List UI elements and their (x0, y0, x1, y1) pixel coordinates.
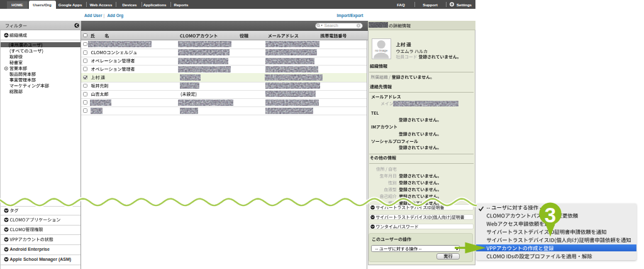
svg-text:Add Org: Add Org (108, 13, 124, 18)
svg-text:Add User: Add User (84, 13, 103, 18)
svg-text:|: | (104, 13, 105, 18)
svg-text:Import/Export: Import/Export (337, 13, 364, 18)
